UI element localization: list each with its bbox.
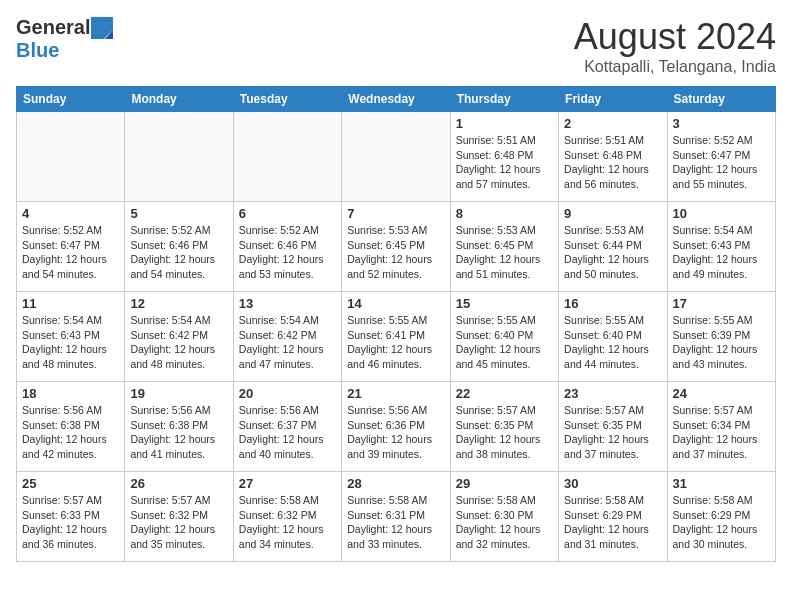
day-number: 5 xyxy=(130,206,227,221)
day-number: 15 xyxy=(456,296,553,311)
day-number: 1 xyxy=(456,116,553,131)
day-info: Sunrise: 5:55 AMSunset: 6:40 PMDaylight:… xyxy=(456,313,553,372)
calendar-cell: 19Sunrise: 5:56 AMSunset: 6:38 PMDayligh… xyxy=(125,382,233,472)
day-info: Sunrise: 5:55 AMSunset: 6:39 PMDaylight:… xyxy=(673,313,770,372)
calendar-cell: 20Sunrise: 5:56 AMSunset: 6:37 PMDayligh… xyxy=(233,382,341,472)
calendar-cell: 22Sunrise: 5:57 AMSunset: 6:35 PMDayligh… xyxy=(450,382,558,472)
day-info: Sunrise: 5:53 AMSunset: 6:45 PMDaylight:… xyxy=(456,223,553,282)
calendar-cell: 5Sunrise: 5:52 AMSunset: 6:46 PMDaylight… xyxy=(125,202,233,292)
day-info: Sunrise: 5:55 AMSunset: 6:41 PMDaylight:… xyxy=(347,313,444,372)
calendar-cell: 12Sunrise: 5:54 AMSunset: 6:42 PMDayligh… xyxy=(125,292,233,382)
day-info: Sunrise: 5:54 AMSunset: 6:43 PMDaylight:… xyxy=(22,313,119,372)
day-info: Sunrise: 5:52 AMSunset: 6:46 PMDaylight:… xyxy=(239,223,336,282)
col-wednesday: Wednesday xyxy=(342,87,450,112)
calendar-cell xyxy=(125,112,233,202)
day-number: 6 xyxy=(239,206,336,221)
calendar-cell: 15Sunrise: 5:55 AMSunset: 6:40 PMDayligh… xyxy=(450,292,558,382)
day-number: 21 xyxy=(347,386,444,401)
calendar-cell: 17Sunrise: 5:55 AMSunset: 6:39 PMDayligh… xyxy=(667,292,775,382)
calendar-week-row: 4Sunrise: 5:52 AMSunset: 6:47 PMDaylight… xyxy=(17,202,776,292)
calendar-week-row: 1Sunrise: 5:51 AMSunset: 6:48 PMDaylight… xyxy=(17,112,776,202)
title-area: August 2024 Kottapalli, Telangana, India xyxy=(574,16,776,76)
calendar-cell: 31Sunrise: 5:58 AMSunset: 6:29 PMDayligh… xyxy=(667,472,775,562)
calendar-cell: 1Sunrise: 5:51 AMSunset: 6:48 PMDaylight… xyxy=(450,112,558,202)
day-info: Sunrise: 5:51 AMSunset: 6:48 PMDaylight:… xyxy=(564,133,661,192)
calendar-cell: 14Sunrise: 5:55 AMSunset: 6:41 PMDayligh… xyxy=(342,292,450,382)
calendar-cell: 21Sunrise: 5:56 AMSunset: 6:36 PMDayligh… xyxy=(342,382,450,472)
day-info: Sunrise: 5:58 AMSunset: 6:29 PMDaylight:… xyxy=(673,493,770,552)
day-number: 17 xyxy=(673,296,770,311)
day-number: 14 xyxy=(347,296,444,311)
logo-blue-text: Blue xyxy=(16,39,59,62)
day-number: 27 xyxy=(239,476,336,491)
day-info: Sunrise: 5:54 AMSunset: 6:43 PMDaylight:… xyxy=(673,223,770,282)
day-info: Sunrise: 5:58 AMSunset: 6:32 PMDaylight:… xyxy=(239,493,336,552)
main-title: August 2024 xyxy=(574,16,776,58)
calendar-cell: 30Sunrise: 5:58 AMSunset: 6:29 PMDayligh… xyxy=(559,472,667,562)
day-info: Sunrise: 5:54 AMSunset: 6:42 PMDaylight:… xyxy=(130,313,227,372)
calendar-week-row: 11Sunrise: 5:54 AMSunset: 6:43 PMDayligh… xyxy=(17,292,776,382)
day-info: Sunrise: 5:52 AMSunset: 6:46 PMDaylight:… xyxy=(130,223,227,282)
day-number: 12 xyxy=(130,296,227,311)
day-info: Sunrise: 5:55 AMSunset: 6:40 PMDaylight:… xyxy=(564,313,661,372)
page-header: General Blue August 2024 Kottapalli, Tel… xyxy=(16,16,776,76)
day-number: 13 xyxy=(239,296,336,311)
day-number: 2 xyxy=(564,116,661,131)
day-info: Sunrise: 5:58 AMSunset: 6:31 PMDaylight:… xyxy=(347,493,444,552)
calendar-table: Sunday Monday Tuesday Wednesday Thursday… xyxy=(16,86,776,562)
col-monday: Monday xyxy=(125,87,233,112)
day-info: Sunrise: 5:58 AMSunset: 6:30 PMDaylight:… xyxy=(456,493,553,552)
day-number: 28 xyxy=(347,476,444,491)
calendar-cell: 11Sunrise: 5:54 AMSunset: 6:43 PMDayligh… xyxy=(17,292,125,382)
sub-title: Kottapalli, Telangana, India xyxy=(574,58,776,76)
day-info: Sunrise: 5:57 AMSunset: 6:34 PMDaylight:… xyxy=(673,403,770,462)
day-number: 10 xyxy=(673,206,770,221)
calendar-cell: 28Sunrise: 5:58 AMSunset: 6:31 PMDayligh… xyxy=(342,472,450,562)
day-info: Sunrise: 5:53 AMSunset: 6:45 PMDaylight:… xyxy=(347,223,444,282)
day-info: Sunrise: 5:54 AMSunset: 6:42 PMDaylight:… xyxy=(239,313,336,372)
day-info: Sunrise: 5:57 AMSunset: 6:33 PMDaylight:… xyxy=(22,493,119,552)
calendar-cell: 7Sunrise: 5:53 AMSunset: 6:45 PMDaylight… xyxy=(342,202,450,292)
logo-icon xyxy=(91,17,113,39)
calendar-cell: 13Sunrise: 5:54 AMSunset: 6:42 PMDayligh… xyxy=(233,292,341,382)
day-number: 19 xyxy=(130,386,227,401)
calendar-cell: 8Sunrise: 5:53 AMSunset: 6:45 PMDaylight… xyxy=(450,202,558,292)
calendar-week-row: 25Sunrise: 5:57 AMSunset: 6:33 PMDayligh… xyxy=(17,472,776,562)
calendar-cell: 3Sunrise: 5:52 AMSunset: 6:47 PMDaylight… xyxy=(667,112,775,202)
day-number: 7 xyxy=(347,206,444,221)
day-info: Sunrise: 5:56 AMSunset: 6:36 PMDaylight:… xyxy=(347,403,444,462)
day-info: Sunrise: 5:58 AMSunset: 6:29 PMDaylight:… xyxy=(564,493,661,552)
calendar-cell: 6Sunrise: 5:52 AMSunset: 6:46 PMDaylight… xyxy=(233,202,341,292)
day-number: 25 xyxy=(22,476,119,491)
calendar-cell: 4Sunrise: 5:52 AMSunset: 6:47 PMDaylight… xyxy=(17,202,125,292)
day-number: 30 xyxy=(564,476,661,491)
day-info: Sunrise: 5:53 AMSunset: 6:44 PMDaylight:… xyxy=(564,223,661,282)
day-number: 22 xyxy=(456,386,553,401)
day-info: Sunrise: 5:51 AMSunset: 6:48 PMDaylight:… xyxy=(456,133,553,192)
day-number: 8 xyxy=(456,206,553,221)
calendar-cell xyxy=(342,112,450,202)
calendar-cell: 27Sunrise: 5:58 AMSunset: 6:32 PMDayligh… xyxy=(233,472,341,562)
day-number: 23 xyxy=(564,386,661,401)
calendar-cell: 18Sunrise: 5:56 AMSunset: 6:38 PMDayligh… xyxy=(17,382,125,472)
day-number: 20 xyxy=(239,386,336,401)
day-number: 9 xyxy=(564,206,661,221)
day-info: Sunrise: 5:56 AMSunset: 6:37 PMDaylight:… xyxy=(239,403,336,462)
calendar-cell: 10Sunrise: 5:54 AMSunset: 6:43 PMDayligh… xyxy=(667,202,775,292)
day-number: 29 xyxy=(456,476,553,491)
col-tuesday: Tuesday xyxy=(233,87,341,112)
col-saturday: Saturday xyxy=(667,87,775,112)
day-number: 24 xyxy=(673,386,770,401)
day-number: 31 xyxy=(673,476,770,491)
day-info: Sunrise: 5:52 AMSunset: 6:47 PMDaylight:… xyxy=(22,223,119,282)
calendar-cell xyxy=(17,112,125,202)
calendar-cell: 26Sunrise: 5:57 AMSunset: 6:32 PMDayligh… xyxy=(125,472,233,562)
calendar-cell: 2Sunrise: 5:51 AMSunset: 6:48 PMDaylight… xyxy=(559,112,667,202)
calendar-cell: 23Sunrise: 5:57 AMSunset: 6:35 PMDayligh… xyxy=(559,382,667,472)
logo: General Blue xyxy=(16,16,113,62)
day-number: 4 xyxy=(22,206,119,221)
day-info: Sunrise: 5:57 AMSunset: 6:32 PMDaylight:… xyxy=(130,493,227,552)
calendar-cell: 24Sunrise: 5:57 AMSunset: 6:34 PMDayligh… xyxy=(667,382,775,472)
calendar-cell xyxy=(233,112,341,202)
day-number: 11 xyxy=(22,296,119,311)
